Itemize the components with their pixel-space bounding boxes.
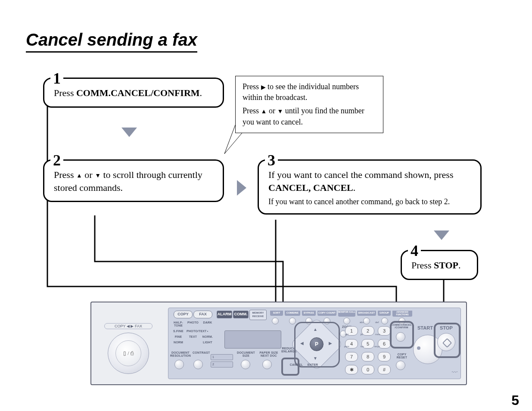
keylabel-abc: abc — [360, 321, 364, 324]
copy-reset-button[interactable] — [396, 361, 405, 370]
key-9[interactable]: 9 — [378, 352, 391, 361]
tray-1[interactable]: 1 — [211, 354, 233, 360]
group-button[interactable] — [381, 318, 388, 324]
copy-mode-pill[interactable]: COPY — [174, 311, 193, 318]
right-triangle-icon: ▶ — [261, 83, 266, 92]
step-4-bold: STOP — [434, 260, 458, 271]
fax-control-panel: COPY ◀ ▶ FAX ▯ / ⎙ COPY FAX ALARM COMM. … — [90, 302, 467, 385]
fax-mode-pill[interactable]: FAX — [193, 311, 212, 318]
step-1-number: 1 — [50, 69, 63, 87]
step-2-box: 2 Press ▲ or ▼ to scroll through current… — [43, 159, 224, 202]
sort-button[interactable] — [272, 318, 279, 324]
tab-advanced[interactable]: ADVANCED FUNCTIONS — [392, 311, 412, 317]
step-4-pre: Press — [411, 260, 434, 271]
mode-knob-label: COPY ◀ ▶ FAX — [104, 323, 152, 329]
step-3-bold: CANCEL, CANCEL — [268, 182, 353, 193]
res-norm: NORM — [172, 341, 185, 344]
down-triangle-icon: ▼ — [95, 172, 101, 180]
alarm-indicator: ALARM — [217, 311, 232, 318]
key-0[interactable]: 0 — [361, 365, 374, 374]
tab-bypass[interactable]: BYPASS — [302, 311, 316, 316]
paper-size-label: PAPER SIZE NEXT DOC — [258, 351, 280, 357]
keylabel-jkl: jkl — [361, 333, 363, 336]
start-label: START — [417, 325, 433, 330]
doc-size-button[interactable] — [241, 360, 250, 369]
key-2[interactable]: 2 — [361, 326, 374, 336]
down-triangle-icon: ▼ — [277, 107, 283, 116]
key-star[interactable]: ✱ — [345, 365, 358, 374]
paper-size-button[interactable] — [262, 360, 272, 369]
keylabel-tuv: tuv — [361, 345, 364, 348]
step-4-number: 4 — [408, 242, 421, 260]
tab-monitor-call[interactable]: MONITOR /CALL — [338, 311, 355, 317]
res-blank — [187, 341, 199, 344]
broadcast-button[interactable] — [363, 318, 370, 324]
numeric-keypad: 1 2 3 4 5 6 7 8 9 ✱ 0 # — [343, 324, 392, 376]
tab-sort[interactable]: SORT — [270, 311, 283, 316]
paper-tray: 1 2 — [211, 353, 233, 369]
key-7[interactable]: 7 — [345, 352, 358, 361]
up-triangle-icon: ▲ — [261, 107, 267, 116]
enter-label: ENTER — [306, 363, 319, 366]
key-hash[interactable]: # — [378, 365, 391, 374]
callout-l1-pre: Press — [243, 82, 261, 91]
contrast-light: LIGHT — [201, 341, 214, 344]
nav-pad-highlight — [294, 322, 340, 367]
step-1-pre: Press — [54, 87, 76, 98]
step-4-post: . — [458, 260, 461, 271]
start-led-icon — [417, 346, 420, 350]
page-title: Cancel sending a fax — [26, 30, 197, 53]
up-triangle-icon: ▲ — [76, 172, 82, 180]
monitor-call-button[interactable] — [343, 318, 350, 324]
step-1-bold: COMM.CANCEL/CONFIRM — [76, 87, 200, 98]
doc-size-label: DOCUMENT SIZE — [236, 351, 255, 357]
contrast-norm: NORM. — [201, 335, 214, 338]
tray-2[interactable]: 2 — [211, 361, 233, 367]
arrow-step3-to-step4-icon — [434, 230, 449, 240]
step-1-text: Press COMM.CANCEL/CONFIRM. — [54, 87, 213, 100]
callout-l2-pre: Press — [243, 106, 261, 115]
contrast-dot1: • — [201, 330, 214, 333]
contrast-label: CONTRAST — [193, 351, 210, 354]
cancel-key-highlight — [281, 358, 299, 376]
keylabel-wxyz: wxyz — [374, 345, 380, 348]
callout-line-1: Press ▶ to see the individual numbers wi… — [243, 81, 376, 103]
mode-knob-face[interactable]: ▯ / ⎙ — [115, 340, 141, 366]
tab-broadcast[interactable]: BROADCAST — [357, 311, 376, 316]
tab-group[interactable]: GROUP — [378, 311, 391, 316]
brand-logo-icon: 〰 — [451, 369, 457, 376]
res-halftone: HALF-TONE — [172, 321, 185, 327]
callout-l2-mid: or — [267, 106, 277, 115]
resolution-contrast-grid: HALF-TONE PHOTO DARK S.FINE PHOTO/TEXT •… — [172, 321, 214, 344]
arrow-step2-to-step3-icon — [237, 180, 246, 196]
comm-cancel-highlight — [390, 321, 414, 349]
res-sfine: S.FINE — [172, 330, 185, 333]
step-1-box: 1 Press COMM.CANCEL/CONFIRM. — [43, 78, 224, 108]
mode-knob-area: COPY ◀ ▶ FAX ▯ / ⎙ — [100, 323, 156, 379]
combine-button[interactable] — [289, 318, 296, 324]
callout-box: Press ▶ to see the individual numbers wi… — [235, 76, 383, 133]
step-3-post: . — [353, 182, 356, 193]
contrast-button[interactable] — [193, 360, 203, 369]
keylabel-def: def — [375, 321, 379, 324]
step-2-mid: or — [82, 169, 95, 180]
doc-resolution-button[interactable] — [174, 360, 184, 369]
step-2-number: 2 — [50, 151, 63, 169]
keylabel-mno: mno — [375, 333, 380, 336]
res-phototext: PHOTO/TEXT — [187, 330, 199, 333]
memory-receive-indicator: MEMORY RECEIVE — [249, 310, 267, 320]
doc-resolution-label: DOCUMENT RESOLUTION — [170, 351, 191, 357]
res-text: TEXT — [187, 335, 199, 338]
step-3-number: 3 — [265, 151, 278, 169]
step-3-subtext: If you want to cancel another command, g… — [268, 197, 471, 206]
step-3-box: 3 If you want to cancel the command show… — [258, 159, 482, 215]
key-8[interactable]: 8 — [361, 352, 374, 361]
keylabel-ghi: ghi — [345, 333, 348, 336]
tab-copy-count[interactable]: COPY COUNT — [317, 311, 336, 316]
page-number: 5 — [511, 392, 519, 408]
step-3-pre: If you want to cancel the command shown,… — [268, 169, 454, 180]
callout-line-2: Press ▲ or ▼ until you find the number y… — [243, 106, 376, 127]
step-4-box: 4 Press STOP. — [401, 250, 478, 280]
res-fine: FINE — [172, 335, 185, 338]
tab-combine[interactable]: COMBINE — [285, 311, 300, 316]
